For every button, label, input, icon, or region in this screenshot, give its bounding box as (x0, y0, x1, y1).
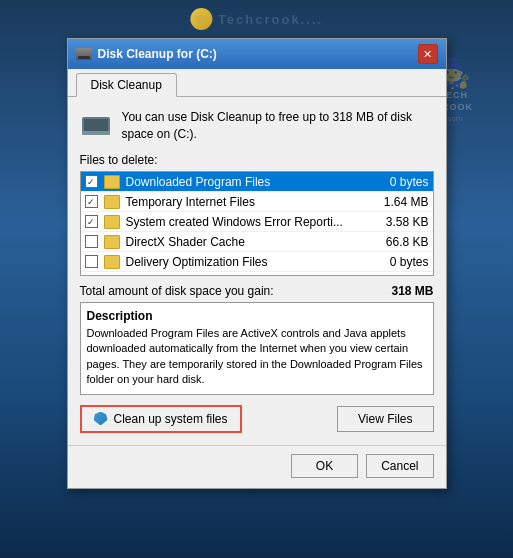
file-name-4: Delivery Optimization Files (126, 255, 384, 269)
files-to-delete-label: Files to delete: (80, 153, 434, 167)
file-name-2: System created Windows Error Reporti... (126, 215, 380, 229)
total-value: 318 MB (391, 284, 433, 298)
drive-icon (80, 111, 112, 143)
dialog-title: Disk Cleanup for (C:) (98, 47, 217, 61)
file-list-item[interactable]: Delivery Optimization Files 0 bytes (81, 252, 433, 272)
svg-point-3 (103, 132, 106, 135)
cancel-button[interactable]: Cancel (366, 454, 433, 478)
file-list[interactable]: ✓ Downloaded Program Files 0 bytes ✓ Tem… (80, 171, 434, 276)
file-name-1: Temporary Internet Files (126, 195, 378, 209)
description-box: Description Downloaded Program Files are… (80, 302, 434, 395)
description-text: Downloaded Program Files are ActiveX con… (87, 326, 427, 388)
file-size-2: 3.58 KB (386, 215, 429, 229)
file-checkbox-0[interactable]: ✓ (85, 175, 98, 188)
file-list-item[interactable]: DirectX Shader Cache 66.8 KB (81, 232, 433, 252)
watermark-text: Techcrook.... (218, 12, 323, 27)
info-section: You can use Disk Cleanup to free up to 3… (80, 109, 434, 143)
file-list-item[interactable]: ✓ System created Windows Error Reporti..… (81, 212, 433, 232)
file-checkbox-1[interactable]: ✓ (85, 195, 98, 208)
file-name-3: DirectX Shader Cache (126, 235, 380, 249)
file-checkbox-3[interactable] (85, 235, 98, 248)
description-title: Description (87, 309, 427, 323)
tab-bar: Disk Cleanup (68, 69, 446, 97)
file-folder-icon-1 (104, 195, 120, 209)
file-size-3: 66.8 KB (386, 235, 429, 249)
app-watermark: 🌐 Techcrook.... (190, 8, 323, 30)
dialog-titlebar: Disk Cleanup for (C:) ✕ (68, 39, 446, 69)
file-checkbox-4[interactable] (85, 255, 98, 268)
file-size-1: 1.64 MB (384, 195, 429, 209)
dialog-footer: OK Cancel (68, 445, 446, 488)
file-size-0: 0 bytes (390, 175, 429, 189)
shield-icon (94, 412, 108, 426)
file-name-0: Downloaded Program Files (126, 175, 384, 189)
file-list-item[interactable]: ✓ Temporary Internet Files 1.64 MB (81, 192, 433, 212)
disk-icon (76, 48, 92, 60)
info-text: You can use Disk Cleanup to free up to 3… (122, 109, 434, 143)
file-folder-icon-0 (104, 175, 120, 189)
ok-button[interactable]: OK (291, 454, 358, 478)
cleanup-button-label: Clean up system files (114, 412, 228, 426)
svg-rect-1 (84, 119, 108, 131)
file-folder-icon-3 (104, 235, 120, 249)
cleanup-system-files-button[interactable]: Clean up system files (80, 405, 242, 433)
view-files-button[interactable]: View Files (337, 406, 433, 432)
file-list-item[interactable]: ✓ Downloaded Program Files 0 bytes (81, 172, 433, 192)
file-folder-icon-2 (104, 215, 120, 229)
dialog-body: You can use Disk Cleanup to free up to 3… (68, 97, 446, 445)
total-label: Total amount of disk space you gain: (80, 284, 274, 298)
action-buttons: Clean up system files View Files (80, 405, 434, 433)
dialog-title-left: Disk Cleanup for (C:) (76, 47, 217, 61)
disk-cleanup-dialog: Disk Cleanup for (C:) ✕ Disk Cleanup You… (67, 38, 447, 489)
file-size-4: 0 bytes (390, 255, 429, 269)
total-row: Total amount of disk space you gain: 318… (80, 284, 434, 298)
tab-disk-cleanup[interactable]: Disk Cleanup (76, 73, 177, 97)
watermark-logo: 🌐 (190, 8, 212, 30)
file-checkbox-2[interactable]: ✓ (85, 215, 98, 228)
close-button[interactable]: ✕ (418, 44, 438, 64)
file-folder-icon-4 (104, 255, 120, 269)
